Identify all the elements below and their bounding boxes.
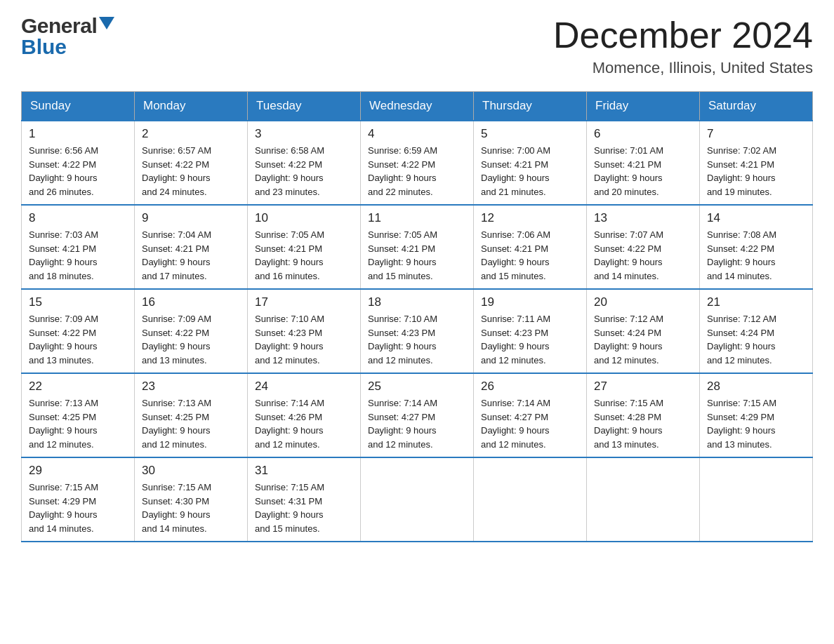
table-row: 21Sunrise: 7:12 AMSunset: 4:24 PMDayligh… <box>700 289 813 373</box>
day-number: 31 <box>255 464 353 478</box>
table-row: 25Sunrise: 7:14 AMSunset: 4:27 PMDayligh… <box>361 373 474 457</box>
col-thursday: Thursday <box>474 92 587 121</box>
table-row: 6Sunrise: 7:01 AMSunset: 4:21 PMDaylight… <box>587 121 700 205</box>
day-info: Sunrise: 7:14 AMSunset: 4:27 PMDaylight:… <box>481 396 579 451</box>
day-info: Sunrise: 7:13 AMSunset: 4:25 PMDaylight:… <box>29 396 127 451</box>
day-number: 17 <box>255 295 353 309</box>
day-number: 28 <box>707 380 805 394</box>
table-row: 17Sunrise: 7:10 AMSunset: 4:23 PMDayligh… <box>248 289 361 373</box>
table-row: 16Sunrise: 7:09 AMSunset: 4:22 PMDayligh… <box>135 289 248 373</box>
col-wednesday: Wednesday <box>361 92 474 121</box>
day-info: Sunrise: 7:10 AMSunset: 4:23 PMDaylight:… <box>368 312 466 367</box>
table-row: 11Sunrise: 7:05 AMSunset: 4:21 PMDayligh… <box>361 205 474 289</box>
calendar-week-row: 22Sunrise: 7:13 AMSunset: 4:25 PMDayligh… <box>22 373 813 457</box>
table-row: 13Sunrise: 7:07 AMSunset: 4:22 PMDayligh… <box>587 205 700 289</box>
day-info: Sunrise: 7:15 AMSunset: 4:29 PMDaylight:… <box>29 481 127 535</box>
table-row: 31Sunrise: 7:15 AMSunset: 4:31 PMDayligh… <box>248 457 361 542</box>
day-info: Sunrise: 6:57 AMSunset: 4:22 PMDaylight:… <box>142 144 240 199</box>
table-row: 29Sunrise: 7:15 AMSunset: 4:29 PMDayligh… <box>22 457 135 542</box>
logo-general-text: General <box>21 14 97 38</box>
day-info: Sunrise: 7:05 AMSunset: 4:21 PMDaylight:… <box>368 228 466 283</box>
day-info: Sunrise: 7:13 AMSunset: 4:25 PMDaylight:… <box>142 396 240 451</box>
day-info: Sunrise: 6:58 AMSunset: 4:22 PMDaylight:… <box>255 144 353 199</box>
day-number: 12 <box>481 211 579 225</box>
day-number: 2 <box>142 127 240 141</box>
day-number: 24 <box>255 380 353 394</box>
day-info: Sunrise: 7:08 AMSunset: 4:22 PMDaylight:… <box>707 228 805 283</box>
table-row <box>587 457 700 542</box>
day-number: 21 <box>707 295 805 309</box>
table-row: 4Sunrise: 6:59 AMSunset: 4:22 PMDaylight… <box>361 121 474 205</box>
table-row: 5Sunrise: 7:00 AMSunset: 4:21 PMDaylight… <box>474 121 587 205</box>
table-row: 1Sunrise: 6:56 AMSunset: 4:22 PMDaylight… <box>22 121 135 205</box>
table-row <box>700 457 813 542</box>
day-info: Sunrise: 7:12 AMSunset: 4:24 PMDaylight:… <box>594 312 692 367</box>
day-info: Sunrise: 7:05 AMSunset: 4:21 PMDaylight:… <box>255 228 353 283</box>
day-info: Sunrise: 7:15 AMSunset: 4:31 PMDaylight:… <box>255 481 353 535</box>
day-info: Sunrise: 7:15 AMSunset: 4:30 PMDaylight:… <box>142 481 240 535</box>
day-number: 1 <box>29 127 127 141</box>
table-row <box>361 457 474 542</box>
day-number: 10 <box>255 211 353 225</box>
logo-blue-text: Blue <box>21 35 114 59</box>
table-row: 8Sunrise: 7:03 AMSunset: 4:21 PMDaylight… <box>22 205 135 289</box>
calendar-table: Sunday Monday Tuesday Wednesday Thursday… <box>21 91 813 542</box>
table-row: 24Sunrise: 7:14 AMSunset: 4:26 PMDayligh… <box>248 373 361 457</box>
day-info: Sunrise: 6:59 AMSunset: 4:22 PMDaylight:… <box>368 144 466 199</box>
table-row: 15Sunrise: 7:09 AMSunset: 4:22 PMDayligh… <box>22 289 135 373</box>
day-number: 7 <box>707 127 805 141</box>
day-number: 13 <box>594 211 692 225</box>
logo: General Blue <box>21 14 114 59</box>
day-info: Sunrise: 7:09 AMSunset: 4:22 PMDaylight:… <box>29 312 127 367</box>
page-header: General Blue December 2024 Momence, Illi… <box>21 14 813 77</box>
table-row: 7Sunrise: 7:02 AMSunset: 4:21 PMDaylight… <box>700 121 813 205</box>
table-row: 27Sunrise: 7:15 AMSunset: 4:28 PMDayligh… <box>587 373 700 457</box>
table-row: 28Sunrise: 7:15 AMSunset: 4:29 PMDayligh… <box>700 373 813 457</box>
table-row: 12Sunrise: 7:06 AMSunset: 4:21 PMDayligh… <box>474 205 587 289</box>
table-row: 20Sunrise: 7:12 AMSunset: 4:24 PMDayligh… <box>587 289 700 373</box>
calendar-week-row: 29Sunrise: 7:15 AMSunset: 4:29 PMDayligh… <box>22 457 813 542</box>
day-number: 8 <box>29 211 127 225</box>
day-info: Sunrise: 7:11 AMSunset: 4:23 PMDaylight:… <box>481 312 579 367</box>
day-number: 22 <box>29 380 127 394</box>
day-info: Sunrise: 7:14 AMSunset: 4:26 PMDaylight:… <box>255 396 353 451</box>
day-number: 20 <box>594 295 692 309</box>
day-number: 19 <box>481 295 579 309</box>
table-row <box>474 457 587 542</box>
day-number: 26 <box>481 380 579 394</box>
table-row: 22Sunrise: 7:13 AMSunset: 4:25 PMDayligh… <box>22 373 135 457</box>
table-row: 30Sunrise: 7:15 AMSunset: 4:30 PMDayligh… <box>135 457 248 542</box>
day-number: 15 <box>29 295 127 309</box>
day-info: Sunrise: 7:14 AMSunset: 4:27 PMDaylight:… <box>368 396 466 451</box>
table-row: 14Sunrise: 7:08 AMSunset: 4:22 PMDayligh… <box>700 205 813 289</box>
day-info: Sunrise: 6:56 AMSunset: 4:22 PMDaylight:… <box>29 144 127 199</box>
day-number: 4 <box>368 127 466 141</box>
calendar-week-row: 1Sunrise: 6:56 AMSunset: 4:22 PMDaylight… <box>22 121 813 205</box>
day-number: 11 <box>368 211 466 225</box>
col-saturday: Saturday <box>700 92 813 121</box>
day-number: 14 <box>707 211 805 225</box>
day-info: Sunrise: 7:06 AMSunset: 4:21 PMDaylight:… <box>481 228 579 283</box>
col-sunday: Sunday <box>22 92 135 121</box>
col-friday: Friday <box>587 92 700 121</box>
calendar-header-row: Sunday Monday Tuesday Wednesday Thursday… <box>22 92 813 121</box>
day-number: 29 <box>29 464 127 478</box>
day-number: 3 <box>255 127 353 141</box>
day-info: Sunrise: 7:15 AMSunset: 4:29 PMDaylight:… <box>707 396 805 451</box>
calendar-week-row: 15Sunrise: 7:09 AMSunset: 4:22 PMDayligh… <box>22 289 813 373</box>
table-row: 18Sunrise: 7:10 AMSunset: 4:23 PMDayligh… <box>361 289 474 373</box>
day-number: 23 <box>142 380 240 394</box>
logo-arrow-icon <box>99 17 114 29</box>
day-info: Sunrise: 7:07 AMSunset: 4:22 PMDaylight:… <box>594 228 692 283</box>
table-row: 9Sunrise: 7:04 AMSunset: 4:21 PMDaylight… <box>135 205 248 289</box>
table-row: 26Sunrise: 7:14 AMSunset: 4:27 PMDayligh… <box>474 373 587 457</box>
table-row: 2Sunrise: 6:57 AMSunset: 4:22 PMDaylight… <box>135 121 248 205</box>
col-monday: Monday <box>135 92 248 121</box>
day-info: Sunrise: 7:10 AMSunset: 4:23 PMDaylight:… <box>255 312 353 367</box>
table-row: 19Sunrise: 7:11 AMSunset: 4:23 PMDayligh… <box>474 289 587 373</box>
day-info: Sunrise: 7:00 AMSunset: 4:21 PMDaylight:… <box>481 144 579 199</box>
calendar-week-row: 8Sunrise: 7:03 AMSunset: 4:21 PMDaylight… <box>22 205 813 289</box>
day-number: 16 <box>142 295 240 309</box>
col-tuesday: Tuesday <box>248 92 361 121</box>
day-number: 25 <box>368 380 466 394</box>
